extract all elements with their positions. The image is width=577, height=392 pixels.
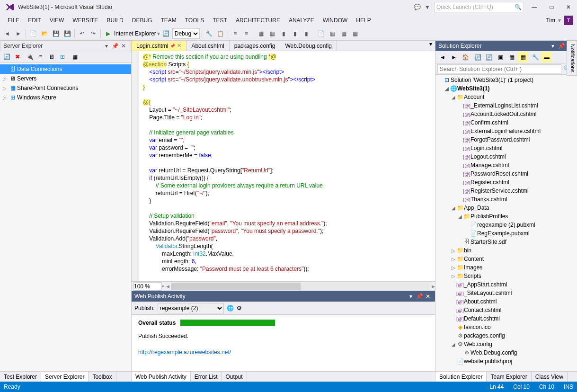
feedback-icon[interactable]: 💬: [414, 4, 421, 10]
tb-icon[interactable]: ▦: [256, 28, 266, 39]
start-debug-button[interactable]: ▶: [103, 28, 113, 39]
file-webconfig[interactable]: ◢⚙Web.config: [435, 340, 577, 348]
tab-publish-activity[interactable]: Web Publish Activity: [132, 372, 191, 382]
tb-icon[interactable]: 🔧: [204, 28, 214, 39]
file-item[interactable]: [@]Default.cshtml: [435, 314, 577, 323]
file-item[interactable]: [@]_AppStart.cshtml: [435, 280, 577, 289]
stop-icon[interactable]: ✖: [13, 52, 22, 62]
tree-data-connections[interactable]: 🗄 Data Connections: [0, 64, 131, 74]
tb-icon[interactable]: ▮: [302, 28, 312, 39]
menu-team[interactable]: TEAM: [157, 16, 180, 25]
pin-icon[interactable]: 📌: [415, 292, 424, 301]
project-node[interactable]: ◢🌐WebSite3(1): [435, 84, 577, 93]
tab-about[interactable]: About.cshtml: [186, 41, 229, 51]
file-item[interactable]: [@]Register.cshtml: [435, 178, 577, 187]
close-icon[interactable]: ✕: [177, 43, 181, 49]
menu-help[interactable]: HELP: [352, 16, 374, 25]
folder-item[interactable]: ▷📁Scripts: [435, 272, 577, 280]
tab-toolbox[interactable]: Toolbox: [89, 372, 116, 382]
collapse-icon[interactable]: ▣: [495, 52, 506, 62]
nav-back-button[interactable]: ◄: [2, 28, 12, 39]
tb-icon[interactable]: ▮: [290, 28, 301, 39]
sync-icon[interactable]: 🔃: [472, 52, 483, 62]
file-packages[interactable]: ⚙packages.config: [435, 331, 577, 340]
tab-team-explorer[interactable]: Team Explorer: [487, 372, 531, 382]
minimize-button[interactable]: —: [528, 2, 541, 12]
user-avatar[interactable]: T: [564, 16, 573, 25]
file-item[interactable]: [@]Manage.cshtml: [435, 161, 577, 169]
file-item[interactable]: [@]Login.cshtml: [435, 144, 577, 152]
pin-icon[interactable]: 📌: [557, 42, 566, 50]
solution-search-input[interactable]: [437, 64, 561, 73]
file-item[interactable]: 📄RegExample.pubxml: [435, 229, 577, 238]
config-select[interactable]: Debug: [172, 28, 200, 39]
pin-icon[interactable]: 📌: [111, 42, 119, 50]
preview-icon[interactable]: ▦: [518, 52, 528, 62]
tab-solution-explorer[interactable]: Solution Explorer: [435, 372, 487, 382]
tab-server-explorer[interactable]: Server Explorer: [41, 372, 89, 382]
back-icon[interactable]: ◄: [437, 52, 448, 62]
file-item[interactable]: 📄regexample (2).pubxml: [435, 221, 577, 229]
tab-error-list[interactable]: Error List: [191, 372, 222, 382]
solution-node[interactable]: ⊡Solution 'WebSite3(1)' (1 project): [435, 76, 577, 84]
maximize-button[interactable]: ▭: [545, 2, 558, 12]
tb-icon[interactable]: ≡: [241, 28, 252, 39]
forward-icon[interactable]: ►: [449, 52, 459, 62]
dropdown-icon[interactable]: ▾: [549, 42, 557, 50]
user-name[interactable]: Tim: [546, 17, 555, 24]
code-editor[interactable]: @* Remove this section if you are using …: [132, 51, 435, 281]
folder-item[interactable]: ▷📁bin: [435, 246, 577, 255]
properties-icon[interactable]: 🔧: [530, 52, 541, 62]
dropdown-icon[interactable]: ▾: [407, 292, 415, 301]
tb-icon[interactable]: ▦: [267, 28, 278, 39]
nav-forward-button[interactable]: ►: [13, 28, 24, 39]
publish-profile-select[interactable]: regexample (2): [158, 303, 224, 313]
tree-sharepoint[interactable]: ▷▦ SharePoint Connections: [0, 83, 131, 93]
menu-test[interactable]: TEST: [209, 16, 231, 25]
menu-edit[interactable]: EDIT: [24, 16, 44, 25]
zoom-input[interactable]: [133, 282, 162, 291]
menu-architecture[interactable]: ARCHITECTURE: [232, 16, 284, 25]
menu-website[interactable]: WEBSITE: [69, 16, 102, 25]
file-item[interactable]: [@]Contact.cshtml: [435, 306, 577, 314]
publish-url-link[interactable]: http://regexample.azurewebsites.net/: [138, 349, 428, 356]
tab-output[interactable]: Output: [222, 372, 247, 382]
file-item[interactable]: [@]ExternalLoginFailure.cshtml: [435, 127, 577, 135]
undo-button[interactable]: ↶: [77, 28, 87, 39]
file-item[interactable]: [@]_SiteLayout.cshtml: [435, 289, 577, 297]
tb-icon[interactable]: ▮: [279, 28, 289, 39]
tb-icon[interactable]: 📄: [316, 28, 327, 39]
server-icon[interactable]: 🖥: [47, 52, 56, 62]
tb-icon[interactable]: 📋: [215, 28, 226, 39]
file-publishproj[interactable]: 📄website.publishproj: [435, 357, 577, 365]
tb-icon[interactable]: ▦: [339, 28, 349, 39]
refresh-button[interactable]: 🔄: [161, 28, 171, 39]
tb-icon[interactable]: ▦: [350, 28, 361, 39]
folder-account[interactable]: ◢📁Account: [435, 93, 577, 101]
pin-icon[interactable]: 📌: [170, 44, 175, 48]
azure-icon[interactable]: ⊞: [58, 52, 67, 62]
show-all-icon[interactable]: ▦: [506, 52, 517, 62]
menu-tools[interactable]: TOOLS: [181, 16, 208, 25]
redo-button[interactable]: ↷: [88, 28, 98, 39]
file-item[interactable]: [@]RegisterService.cshtml: [435, 187, 577, 195]
new-project-button[interactable]: 📄: [28, 28, 38, 39]
file-favicon[interactable]: ◆favicon.ico: [435, 323, 577, 331]
file-webdebug[interactable]: ⚙Web.Debug.config: [435, 348, 577, 357]
save-button[interactable]: 💾: [51, 28, 61, 39]
publish-settings-icon[interactable]: ⚙: [237, 305, 242, 312]
tb-icon[interactable]: ▦: [328, 28, 338, 39]
publish-web-icon[interactable]: 🌐: [227, 305, 234, 312]
tab-webdebug[interactable]: Web.Debug.config: [280, 41, 337, 51]
tab-test-explorer[interactable]: Test Explorer: [0, 372, 41, 382]
connect-icon[interactable]: 🔌: [25, 52, 35, 62]
file-item[interactable]: [@]Logout.cshtml: [435, 152, 577, 161]
home-icon[interactable]: 🏠: [460, 52, 470, 62]
filter-icon[interactable]: ▼: [425, 4, 430, 10]
close-icon[interactable]: ✕: [119, 42, 128, 50]
menu-analyze[interactable]: ANALYZE: [285, 16, 318, 25]
browser-select[interactable]: Internet Explorer: [114, 30, 156, 37]
tab-login[interactable]: Login.cshtml📌✕: [132, 41, 186, 51]
horizontal-scrollbar[interactable]: [171, 283, 430, 290]
file-item[interactable]: [@]AccountLockedOut.cshtml: [435, 110, 577, 118]
